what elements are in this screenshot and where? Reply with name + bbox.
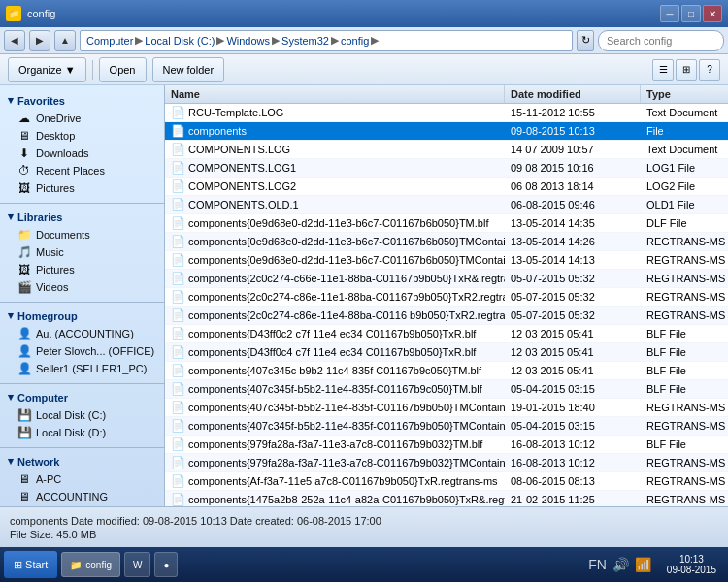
table-row[interactable]: 📄 COMPONENTS.OLD.1 06-08-2015 09:46 OLD1… — [165, 196, 728, 214]
sidebar-item-music[interactable]: 🎵 Music — [0, 243, 164, 261]
back-button[interactable]: ◀ — [4, 30, 25, 51]
help-button[interactable]: ? — [699, 59, 720, 81]
table-row[interactable]: 📄 components{Af-f3a7-11e5 a7c8-C01167b9b… — [165, 472, 728, 491]
sidebar: ▾ Favorites ☁ OneDrive 🖥 Desktop ⬇ Downl… — [0, 85, 165, 506]
table-row[interactable]: 📄 RCU-Template.LOG 15-11-2012 10:55 Text… — [165, 104, 728, 122]
taskbar-chrome-icon: ● — [163, 560, 169, 570]
file-type-cell: BLF File — [641, 437, 728, 451]
sidebar-item-desktop[interactable]: 🖥 Desktop — [0, 127, 164, 145]
table-row[interactable]: 📄 components{2c0c274-c86e-11e4-88ba-C011… — [165, 307, 728, 325]
table-row[interactable]: 📄 components{2c0c274-c66e-11e1-88ba-C011… — [165, 270, 728, 288]
table-row[interactable]: 📄 components{0e9d68e0-d2dd-11e3-b6c7-C01… — [165, 251, 728, 270]
file-type-icon: 📄 — [171, 437, 184, 451]
table-row[interactable]: 📄 components{979fa28a-f3a7-11e3-a7c8-C01… — [165, 454, 728, 472]
maximize-button[interactable]: □ — [681, 5, 701, 22]
file-type-cell: Text Document — [641, 106, 728, 119]
user-office-icon: 👤 — [17, 344, 31, 358]
file-pane: Name Date modified Type Size 📄 RCU-Templ… — [165, 85, 728, 506]
file-type-cell: REGTRANS-MS File — [641, 401, 728, 414]
sidebar-item-documents[interactable]: 📁 Documents — [0, 226, 164, 243]
sidebar-item-downloads[interactable]: ⬇ Downloads — [0, 145, 164, 162]
sidebar-item-local-d[interactable]: 💾 Local Disk (D:) — [0, 424, 164, 441]
taskbar-time: 10:13 — [679, 554, 704, 565]
close-button[interactable]: ✕ — [703, 5, 722, 22]
address-path[interactable]: Computer ▶ Local Disk (C:) ▶ Windows ▶ S… — [80, 30, 573, 51]
taskbar-word[interactable]: W — [124, 552, 150, 577]
homegroup-header[interactable]: ▾ Homegroup — [0, 307, 164, 325]
taskbar-date: 09-08-2015 — [667, 565, 716, 575]
table-row[interactable]: 📄 components{1475a2b8-252a-11c4-a82a-C01… — [165, 491, 728, 506]
table-row[interactable]: 📄 components{D43ff0c2 c7f 11e4 ec34 C011… — [165, 325, 728, 343]
table-row[interactable]: 📄 components{407c345c b9b2 11c4 835f C01… — [165, 362, 728, 380]
col-header-name[interactable]: Name — [165, 85, 505, 103]
sidebar-item-videos[interactable]: 🎬 Videos — [0, 278, 164, 296]
organize-button[interactable]: Organize ▼ — [8, 57, 86, 82]
sidebar-item-pictures-lib[interactable]: 🖼 Pictures — [0, 261, 164, 278]
table-row[interactable]: 📄 components{0e9d68e0-d2dd-11e3-b6c7-C01… — [165, 233, 728, 251]
file-name-cell: 📄 components — [165, 123, 505, 139]
sidebar-item-accounting-net[interactable]: 🖥 ACCOUNTING — [0, 488, 164, 505]
sidebar-item-a-pc[interactable]: 🖥 A-PC — [0, 470, 164, 488]
recent-icon: ⏱ — [17, 164, 31, 178]
file-name-cell: 📄 components{407c345f-b5b2-11e4-835f-C01… — [165, 418, 505, 434]
table-row[interactable]: 📄 components{0e9d68e0-d2dd-11e3-b6c7-C01… — [165, 214, 728, 233]
table-row[interactable]: 📄 components{2c0c274-c86e-11e1-88ba-C011… — [165, 288, 728, 307]
network-icon[interactable]: 📶 — [635, 557, 651, 572]
table-row[interactable]: 📄 COMPONENTS.LOG 14 07 2009 10:57 Text D… — [165, 141, 728, 159]
file-date-cell: 16-08-2013 10:12 — [505, 437, 641, 451]
file-date-cell: 06 08 2013 18:14 — [505, 179, 641, 193]
file-name: components — [188, 125, 247, 137]
view-details-button[interactable]: ☰ — [652, 59, 674, 81]
up-button[interactable]: ▲ — [54, 30, 76, 51]
table-row[interactable]: 📄 COMPONENTS.LOG2 06 08 2013 18:14 LOG2 … — [165, 178, 728, 196]
table-row[interactable]: 📄 COMPONENTS.LOG1 09 08 2015 10:16 LOG1 … — [165, 159, 728, 178]
sidebar-item-onedrive[interactable]: ☁ OneDrive — [0, 110, 164, 127]
forward-button[interactable]: ▶ — [29, 30, 50, 51]
file-type-icon: 📄 — [171, 327, 184, 340]
sidebar-item-local-c[interactable]: 💾 Local Disk (C:) — [0, 406, 164, 424]
path-config[interactable]: config — [341, 35, 369, 47]
network-header[interactable]: ▾ Network — [0, 452, 164, 470]
table-row[interactable]: 📄 components{979fa28a-f3a7-11e3-a7c8-C01… — [165, 436, 728, 454]
sidebar-item-recent[interactable]: ⏱ Recent Places — [0, 162, 164, 179]
path-system32[interactable]: System32 — [281, 35, 329, 47]
open-button[interactable]: Open — [99, 57, 147, 82]
refresh-button[interactable]: ↻ — [577, 30, 594, 51]
col-header-date[interactable]: Date modified — [505, 85, 641, 103]
libraries-header[interactable]: ▾ Libraries — [0, 208, 164, 226]
file-name: components{2c0c274-c86e-11e4-88ba-C0116 … — [188, 309, 505, 321]
path-localdisk-c[interactable]: Local Disk (C:) — [145, 35, 215, 47]
sidebar-item-seller1[interactable]: 👤 Seller1 (SELLER1_PC) — [0, 360, 164, 377]
table-row[interactable]: 📄 components{407c345f-b5b2-11e4-835f-C01… — [165, 399, 728, 417]
file-type-cell: Text Document — [641, 143, 728, 156]
speaker-icon[interactable]: 🔊 — [612, 557, 629, 572]
col-header-type[interactable]: Type — [641, 85, 728, 103]
path-windows[interactable]: Windows — [226, 35, 270, 47]
taskbar-chrome[interactable]: ● — [154, 552, 178, 577]
libraries-section: ▾ Libraries 📁 Documents 🎵 Music 🖼 Pictur… — [0, 208, 164, 296]
file-list-header: Name Date modified Type Size — [165, 85, 728, 104]
table-row[interactable]: 📄 components{407c345f-b5b2-11e4-835f-C01… — [165, 417, 728, 436]
new-folder-button[interactable]: New folder — [152, 57, 225, 82]
table-row[interactable]: 📄 components 09-08-2015 10:13 File 46 08… — [165, 122, 728, 141]
network-accounting-icon: 🖥 — [17, 490, 31, 503]
file-name: COMPONENTS.LOG — [188, 144, 290, 155]
taskbar-clock[interactable]: 10:13 09-08-2015 — [659, 554, 724, 575]
start-button[interactable]: ⊞ Start — [4, 551, 57, 578]
sidebar-item-accounting[interactable]: 👤 Au. (ACCOUNTING) — [0, 325, 164, 342]
taskbar-word-icon: W — [133, 560, 142, 570]
favorites-header[interactable]: ▾ Favorites — [0, 91, 164, 110]
path-computer[interactable]: Computer — [86, 35, 133, 47]
sidebar-item-office[interactable]: 👤 Peter Slovch... (OFFICE) — [0, 342, 164, 360]
file-type-icon: 📄 — [171, 216, 184, 230]
view-tiles-button[interactable]: ⊞ — [676, 59, 697, 81]
computer-header[interactable]: ▾ Computer — [0, 388, 164, 406]
taskbar-explorer[interactable]: 📁 config — [61, 552, 120, 577]
search-input[interactable] — [598, 30, 724, 51]
homegroup-section: ▾ Homegroup 👤 Au. (ACCOUNTING) 👤 Peter S… — [0, 307, 164, 377]
sidebar-item-pictures[interactable]: 🖼 Pictures — [0, 179, 164, 197]
minimize-button[interactable]: ─ — [660, 5, 679, 22]
table-row[interactable]: 📄 components{D43ff0c4 c7f 11e4 ec34 C011… — [165, 343, 728, 362]
file-date-cell: 16-08-2013 10:12 — [505, 456, 641, 469]
table-row[interactable]: 📄 components{407c345f-b5b2-11e4-835f-C01… — [165, 380, 728, 399]
